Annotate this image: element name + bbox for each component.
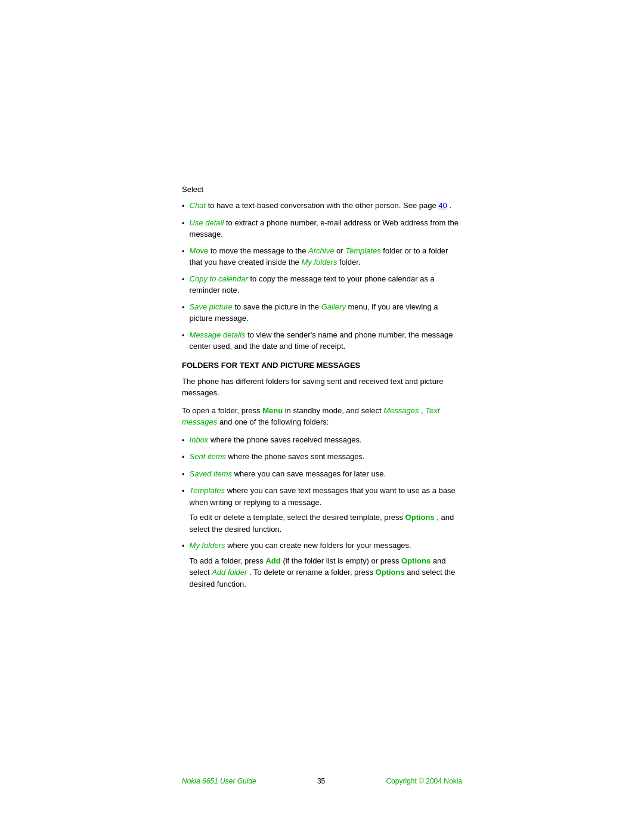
save-picture-link: Save picture — [190, 302, 233, 311]
footer-left: Nokia 6651 User Guide — [182, 777, 256, 785]
templates-link: Templates — [345, 246, 381, 255]
move-link: Move — [190, 246, 209, 255]
folder-intro-prefix: To open a folder, press — [182, 406, 262, 415]
list-item: • Copy to calendar to copy the message t… — [182, 273, 462, 296]
bullet-content-5: Save picture to save the picture in the … — [190, 301, 462, 324]
text-period: . — [449, 201, 451, 210]
copy-to-calendar-link: Copy to calendar — [190, 274, 248, 283]
inbox-text: where the phone saves received messages. — [210, 435, 362, 444]
text-3b: or — [336, 246, 345, 255]
bullet-dot: • — [182, 469, 185, 481]
first-bullet-list: • Chat to have a text-based conversation… — [182, 200, 462, 352]
my-folders-folder-link: My folders — [190, 541, 225, 550]
bullet-dot: • — [182, 274, 185, 286]
list-item: • Use detail to extract a phone number, … — [182, 217, 462, 240]
folder-content-5: My folders where you can create new fold… — [190, 540, 462, 590]
archive-link: Archive — [308, 246, 334, 255]
options-link-2: Options — [401, 556, 431, 565]
text-2: to extract a phone number, e-mail addres… — [190, 218, 459, 239]
content-area: Select • Chat to have a text-based conve… — [182, 185, 462, 598]
templates-sub-text1: To edit or delete a template, select the… — [190, 513, 405, 522]
bullet-dot: • — [182, 246, 185, 258]
footer-right: Copyright © 2004 Nokia — [386, 777, 462, 785]
add-folder-link: Add folder — [212, 568, 247, 577]
list-item: • Sent items where the phone saves sent … — [182, 451, 462, 463]
text-3d: folder. — [339, 258, 360, 267]
list-item: • Templates where you can save text mess… — [182, 485, 462, 535]
my-folders-sub-text1: To add a folder, press — [190, 556, 266, 565]
bullet-dot: • — [182, 435, 185, 447]
templates-sub: To edit or delete a template, select the… — [190, 512, 462, 535]
add-link: Add — [265, 556, 280, 565]
use-detail-link: Use detail — [190, 218, 224, 227]
text-3a: to move the message to the — [210, 246, 308, 255]
folder-end: and one of the following folders: — [219, 417, 329, 426]
list-item: • Chat to have a text-based conversation… — [182, 200, 462, 212]
list-item: • My folders where you can create new fo… — [182, 540, 462, 590]
menu-link: Menu — [262, 406, 283, 415]
page-container: Select • Chat to have a text-based conve… — [0, 0, 644, 833]
bullet-dot: • — [182, 485, 185, 497]
intro-text: The phone has different folders for savi… — [182, 376, 462, 399]
my-folders-sub-text2: (if the folder list is empty) or press — [283, 556, 401, 565]
inbox-link: Inbox — [190, 435, 209, 444]
bullet-content-6: Message details to view the sender's nam… — [190, 329, 462, 352]
text-5a: to save the picture in the — [234, 302, 321, 311]
bullet-dot: • — [182, 330, 185, 342]
footer-center: 35 — [317, 777, 325, 785]
folder-bullet-list: • Inbox where the phone saves received m… — [182, 434, 462, 590]
list-item: • Message details to view the sender's n… — [182, 329, 462, 352]
list-item: • Inbox where the phone saves received m… — [182, 434, 462, 447]
text-1: to have a text-based conversation with t… — [208, 201, 439, 210]
bullet-content-4: Copy to calendar to copy the message tex… — [190, 273, 462, 296]
folder-content-3: Saved items where you can save messages … — [190, 468, 462, 480]
list-item: • Move to move the message to the Archiv… — [182, 245, 462, 268]
templates-text: where you can save text messages that yo… — [190, 486, 456, 507]
sent-items-link: Sent items — [190, 452, 226, 461]
bullet-content-1: Chat to have a text-based conversation w… — [190, 200, 462, 212]
folder-intro-text: To open a folder, press Menu in standby … — [182, 405, 462, 428]
footer: Nokia 6651 User Guide 35 Copyright © 200… — [0, 777, 644, 785]
folder-content-2: Sent items where the phone saves sent me… — [190, 451, 462, 463]
bullet-content-3: Move to move the message to the Archive … — [190, 245, 462, 268]
select-label: Select — [182, 185, 462, 194]
saved-items-text: where you can save messages for later us… — [234, 469, 386, 478]
my-folders-sub-text4: . To delete or rename a folder, press — [249, 568, 376, 577]
bullet-dot: • — [182, 218, 185, 230]
options-link-3: Options — [376, 568, 405, 577]
page-link-40: 40 — [438, 201, 447, 210]
folder-intro-mid: in standby mode, and select — [285, 406, 384, 415]
folder-content-1: Inbox where the phone saves received mes… — [190, 434, 462, 446]
my-folders-sub: To add a folder, press Add (if the folde… — [190, 555, 462, 590]
my-folders-text: where you can create new folders for you… — [227, 541, 411, 550]
message-details-link: Message details — [190, 330, 246, 339]
bullet-dot: • — [182, 451, 185, 463]
list-item: • Saved items where you can save message… — [182, 468, 462, 481]
chat-link: Chat — [190, 201, 206, 210]
bullet-dot: • — [182, 540, 185, 552]
templates-folder-link: Templates — [190, 486, 225, 495]
gallery-link: Gallery — [321, 302, 346, 311]
sent-items-text: where the phone saves sent messages. — [228, 452, 365, 461]
list-item: • Save picture to save the picture in th… — [182, 301, 462, 324]
bullet-dot: • — [182, 200, 185, 212]
my-folders-link: My folders — [301, 258, 337, 267]
options-link-1: Options — [405, 513, 435, 522]
section-heading: FOLDERS FOR TEXT AND PICTURE MESSAGES — [182, 361, 462, 370]
messages-link: Messages — [383, 406, 419, 415]
bullet-dot: • — [182, 302, 185, 314]
bullet-content-2: Use detail to extract a phone number, e-… — [190, 217, 462, 240]
saved-items-link: Saved items — [190, 469, 233, 478]
folder-content-4: Templates where you can save text messag… — [190, 485, 462, 535]
